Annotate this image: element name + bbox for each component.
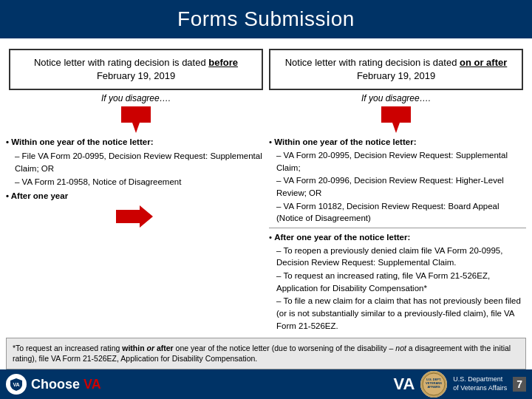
right-notice-box: Notice letter with rating decision is da… [269, 49, 523, 90]
page-number: 7 [513, 377, 526, 392]
page-header: Forms Submission [0, 0, 532, 38]
right-within-label: Within one year of the notice letter: [274, 137, 416, 146]
page-wrapper: Forms Submission Notice letter with rati… [0, 0, 532, 399]
right-column-header: Notice letter with rating decision is da… [266, 49, 526, 134]
left-sub-item-1: File VA Form 20-0995, Decision Review Re… [15, 150, 263, 174]
dept-text: U.S. Department of Veterans Affairs [453, 375, 507, 392]
choose-va-accent: VA [83, 377, 101, 392]
left-bullet-section: Within one year of the notice letter: Fi… [6, 136, 263, 202]
right-after-item-3: To file a new claim for a claim that has… [276, 295, 526, 332]
svg-marker-2 [116, 205, 153, 228]
footer-left: VA Choose VA [6, 374, 101, 395]
left-if-disagree: If you disagree…. [9, 93, 263, 103]
right-divider [269, 228, 526, 228]
right-sub-item-3: VA Form 10182, Decision Review Request: … [276, 200, 526, 225]
footer-right: VA U.S. DEPT. VETERANS AFFAIRS U.S. Depa… [393, 371, 526, 398]
left-after-item: After one year [6, 190, 263, 202]
left-arrow-right [6, 205, 263, 228]
left-within-item: Within one year of the notice letter: Fi… [6, 136, 263, 188]
right-if-disagree: If you disagree…. [269, 93, 523, 103]
right-sub-item-1: VA Form 20-0995, Decision Review Request… [276, 149, 526, 174]
left-column-header: Notice letter with rating decision is da… [6, 49, 266, 134]
right-after-label: After one year of the notice letter: [274, 233, 410, 242]
choose-va-label: Choose VA [31, 377, 101, 392]
left-after-label: After one year [11, 191, 68, 200]
right-sub-item-2: VA Form 20-0996, Decision Review Request… [276, 174, 526, 199]
left-notice-text: Notice letter with rating decision is da… [18, 56, 254, 83]
right-content-column: • Within one year of the notice letter: … [269, 136, 526, 335]
va-logo: VA [393, 375, 415, 394]
dept-name-line1: U.S. Department [453, 375, 507, 384]
left-notice-box: Notice letter with rating decision is da… [9, 49, 263, 90]
svg-marker-1 [381, 106, 411, 133]
svg-text:AFFAIRS: AFFAIRS [428, 385, 440, 389]
footnote-text: *To request an increased rating within o… [13, 344, 511, 364]
va-shield-icon: VA [6, 374, 27, 395]
footnote-box: *To request an increased rating within o… [6, 338, 526, 369]
svg-text:VA: VA [13, 382, 19, 387]
dept-name-line2: of Veterans Affairs [453, 384, 507, 393]
dept-seal-icon: U.S. DEPT. VETERANS AFFAIRS [420, 371, 447, 398]
left-sub-item-2: VA Form 21-0958, Notice of Disagreement [15, 176, 263, 188]
left-arrow-down [9, 106, 263, 133]
page-title: Forms Submission [177, 7, 355, 30]
left-within-label: Within one year of the notice letter: [11, 137, 153, 146]
left-content-column: Within one year of the notice letter: Fi… [6, 136, 263, 335]
right-after-item-2: To request an increased rating, file VA … [276, 270, 526, 294]
svg-marker-0 [121, 106, 151, 133]
va-logo-text: VA [393, 375, 415, 393]
footer: VA Choose VA VA U.S. DEPT. VETERANS AFFA… [0, 369, 532, 399]
right-arrow-down [269, 106, 523, 133]
right-notice-text: Notice letter with rating decision is da… [278, 56, 514, 83]
right-bullet-section: • Within one year of the notice letter: … [269, 136, 526, 332]
right-after-item-1: To reopen a previously denied claim file… [276, 245, 526, 269]
